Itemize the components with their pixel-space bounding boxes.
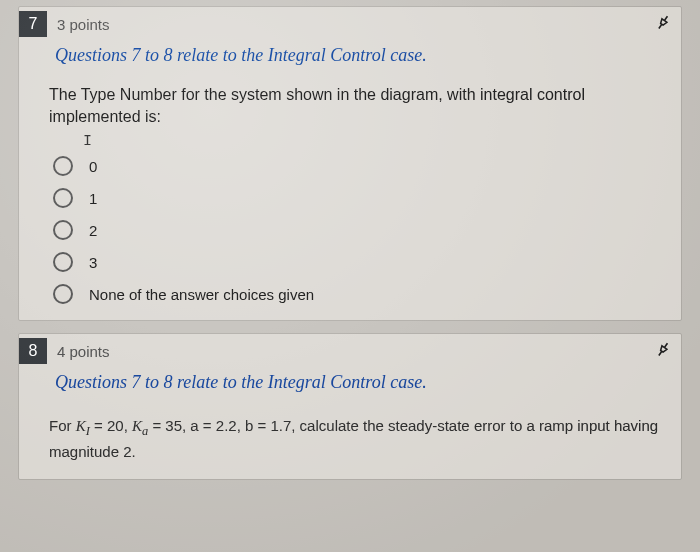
radio-icon[interactable] xyxy=(53,220,73,240)
option-label: 3 xyxy=(89,254,97,271)
question-card-7: 7 3 points Questions 7 to 8 relate to th… xyxy=(18,6,682,321)
option-row[interactable]: 2 xyxy=(19,214,681,246)
text-cursor: I xyxy=(19,133,681,150)
radio-icon[interactable] xyxy=(53,156,73,176)
points-label: 3 points xyxy=(57,16,110,33)
option-row[interactable]: None of the answer choices given xyxy=(19,278,681,310)
var-Ka: K xyxy=(132,418,142,434)
radio-icon[interactable] xyxy=(53,188,73,208)
var-K-val: = 20, xyxy=(90,417,132,434)
section-note: Questions 7 to 8 relate to the Integral … xyxy=(19,368,681,405)
option-label: 1 xyxy=(89,190,97,207)
pin-icon[interactable] xyxy=(648,10,675,38)
question-text: The Type Number for the system shown in … xyxy=(19,78,681,133)
option-row[interactable]: 3 xyxy=(19,246,681,278)
radio-icon[interactable] xyxy=(53,284,73,304)
question-header: 7 3 points xyxy=(19,7,681,41)
option-row[interactable]: 0 xyxy=(19,150,681,182)
question-header: 8 4 points xyxy=(19,334,681,368)
option-row[interactable]: 1 xyxy=(19,182,681,214)
params-prefix: For xyxy=(49,417,76,434)
option-label: 2 xyxy=(89,222,97,239)
question-number-badge: 7 xyxy=(19,11,47,37)
option-label: None of the answer choices given xyxy=(89,286,314,303)
radio-icon[interactable] xyxy=(53,252,73,272)
question-text: For KI = 20, Ka = 35, a = 2.2, b = 1.7, … xyxy=(19,405,681,479)
question-number-badge: 8 xyxy=(19,338,47,364)
var-K: K xyxy=(76,418,86,434)
section-note: Questions 7 to 8 relate to the Integral … xyxy=(19,41,681,78)
pin-icon[interactable] xyxy=(648,337,675,365)
option-label: 0 xyxy=(89,158,97,175)
question-card-8: 8 4 points Questions 7 to 8 relate to th… xyxy=(18,333,682,480)
points-label: 4 points xyxy=(57,343,110,360)
